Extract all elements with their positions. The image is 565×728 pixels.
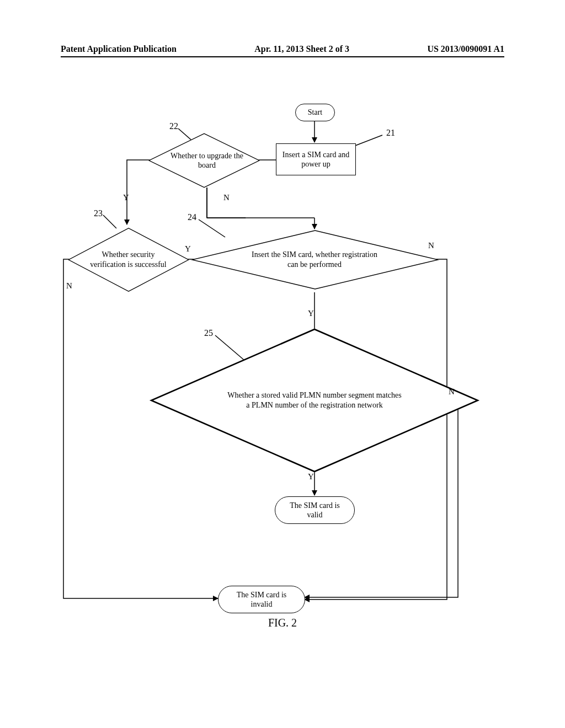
edge-25-n: N [449, 387, 455, 397]
edge-22-y: Y [123, 193, 129, 202]
ref-22: 22 [169, 121, 178, 131]
terminator-invalid-text: The SIM card is invalid [228, 590, 295, 609]
decision-registration-text: Insert the SIM card, whether registratio… [223, 228, 406, 291]
decision-upgrade-board-text: Whether to upgrade the board [166, 132, 248, 189]
decision-plmn-match-text: Whether a stored valid PLMN number segme… [193, 346, 436, 454]
svg-line-9 [199, 220, 225, 237]
page-header: Patent Application Publication Apr. 11, … [61, 44, 504, 54]
header-right: US 2013/0090091 A1 [427, 44, 504, 54]
edge-24-y: Y [308, 309, 314, 318]
edge-25-y: Y [308, 472, 314, 481]
header-center: Apr. 11, 2013 Sheet 2 of 3 [254, 44, 349, 54]
edge-22-n: N [223, 193, 230, 202]
ref-23: 23 [94, 208, 103, 218]
terminator-valid-text: The SIM card is valid [285, 501, 344, 520]
header-left: Patent Application Publication [61, 44, 177, 54]
edge-23-y: Y [185, 244, 191, 254]
process-insert-sim-text: Insert a SIM card and power up [282, 150, 350, 169]
ref-25: 25 [204, 328, 213, 338]
decision-registration: Insert the SIM card, whether registratio… [223, 228, 406, 291]
decision-security-verification-text: Whether security verification is success… [83, 225, 174, 294]
figure-caption: FIG. 2 [0, 617, 565, 629]
terminator-valid: The SIM card is valid [275, 496, 355, 524]
decision-plmn-match: Whether a stored valid PLMN number segme… [193, 346, 436, 454]
edge-24-n: N [428, 241, 434, 250]
svg-line-2 [355, 135, 382, 146]
ref-21: 21 [386, 128, 395, 138]
decision-security-verification: Whether security verification is success… [83, 225, 174, 294]
edge-23-n: N [66, 281, 72, 291]
ref-24: 24 [188, 212, 196, 222]
decision-upgrade-board: Whether to upgrade the board [166, 132, 248, 189]
start-label: Start [308, 108, 322, 117]
terminator-start: Start [295, 104, 335, 121]
process-insert-sim: Insert a SIM card and power up [276, 143, 356, 175]
header-rule [61, 56, 504, 57]
terminator-invalid: The SIM card is invalid [218, 586, 305, 613]
